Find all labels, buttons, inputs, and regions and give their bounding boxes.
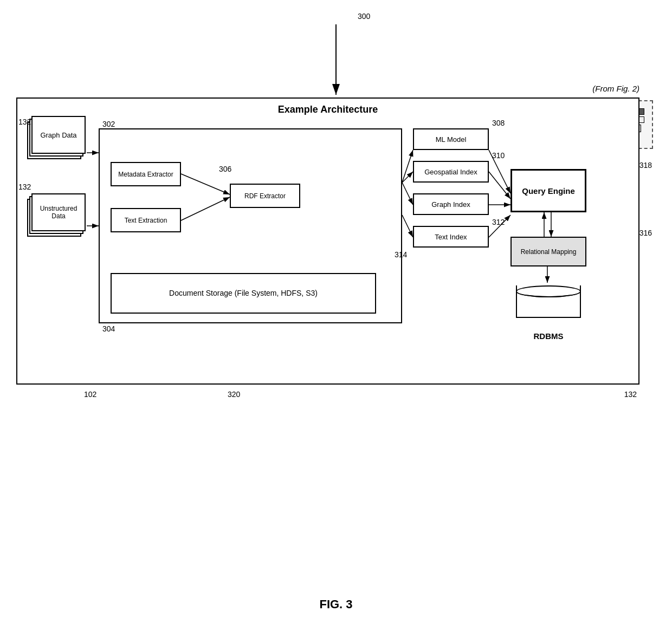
relational-mapping-box: Relational Mapping [511,237,586,266]
text-index-box: Text Index [413,226,489,248]
rdf-extractor-box: RDF Extractor [230,184,300,208]
ref-132-top: 132 [18,118,31,126]
graph-index-label: Graph Index [431,200,470,209]
text-extraction-box: Text Extraction [111,208,181,232]
ref-304: 304 [102,324,115,333]
svg-line-25 [402,172,413,183]
main-diagram-box: Example Architecture Graph Data 132 132 … [16,97,639,385]
svg-line-19 [181,174,230,194]
ref-308: 308 [492,119,505,127]
metadata-extractor-label: Metadata Extractor [118,171,173,178]
unstructured-data-label: Unstructured Data [35,205,82,220]
graph-data-label: Graph Data [40,131,76,139]
text-extraction-label: Text Extraction [125,217,167,224]
svg-line-29 [489,172,511,199]
relational-mapping-label: Relational Mapping [521,248,577,256]
ref-302: 302 [102,120,115,128]
ref-306: 306 [219,165,231,173]
ml-model-box: ML Model [413,128,489,150]
metadata-extractor-box: Metadata Extractor [111,162,181,186]
svg-line-27 [402,215,413,237]
rdbms-cylinder [516,285,581,329]
ref-314: 314 [395,250,407,259]
figure-3-label: FIG. 3 [0,597,672,612]
graph-index-box: Graph Index [413,193,489,215]
ref-132-mid: 132 [18,183,31,191]
query-engine-box: Query Engine [511,169,586,212]
query-engine-label: Query Engine [522,186,575,196]
ml-model-label: ML Model [436,135,467,144]
page: 300 [0,0,672,644]
svg-line-24 [402,150,413,183]
ref-318: 318 [639,161,652,170]
svg-line-26 [402,183,413,205]
doc-storage-label: Document Storage (File System, HDFS, S3) [169,288,318,299]
text-index-label: Text Index [435,233,467,241]
svg-line-20 [181,197,230,220]
ref-102: 102 [84,390,96,399]
processing-box: 302 304 306 Metadata Extractor Text Extr… [99,128,402,323]
rdf-extractor-label: RDF Extractor [244,192,286,200]
geospatial-index-label: Geospatial Index [424,168,477,176]
geospatial-index-box: Geospatial Index [413,161,489,183]
from-fig2-label: (From Fig. 2) [592,84,639,93]
ref-300: 300 [358,12,370,21]
ref-320: 320 [228,390,240,399]
doc-storage-box: Document Storage (File System, HDFS, S3) [111,273,376,314]
ref-310: 310 [492,151,505,160]
ref-132-right: 132 [624,390,637,399]
arch-title: Example Architecture [17,104,638,115]
ref-312: 312 [492,218,505,226]
rdbms-label: RDBMS [513,331,584,341]
ref-316: 316 [639,229,652,237]
rdbms-container: RDBMS [513,280,584,341]
